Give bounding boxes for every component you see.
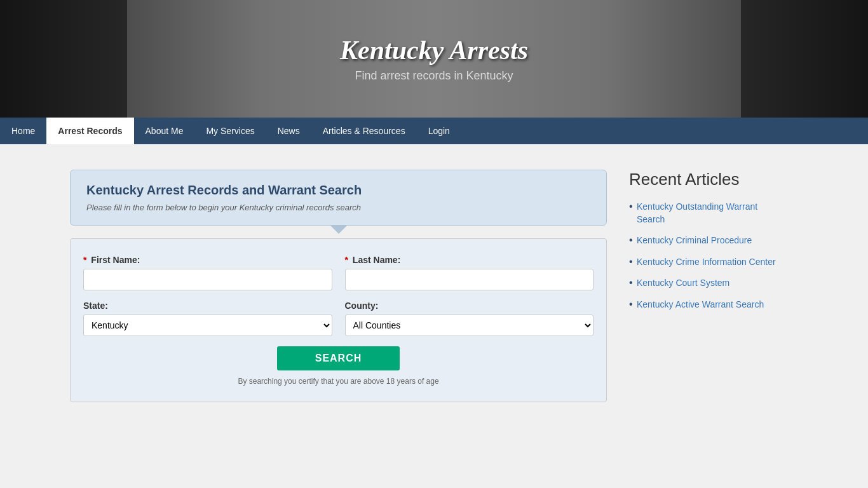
search-button-wrap: SEARCH — [83, 346, 593, 370]
search-box-title: Kentucky Arrest Records and Warrant Sear… — [86, 183, 590, 198]
list-item: Kentucky Crime Information Center — [629, 256, 785, 269]
sidebar-link-outstanding-warrant[interactable]: Kentucky Outstanding Warrant Search — [637, 201, 757, 224]
header-right-overlay — [741, 0, 868, 118]
last-name-group: * Last Name: — [345, 255, 594, 290]
list-item: Kentucky Active Warrant Search — [629, 299, 785, 311]
state-label: State: — [83, 301, 332, 311]
nav-item-login[interactable]: Login — [417, 118, 461, 144]
main-layout: Kentucky Arrest Records and Warrant Sear… — [0, 144, 868, 488]
main-content: Kentucky Arrest Records and Warrant Sear… — [0, 157, 620, 475]
first-name-group: * First Name: — [83, 255, 332, 290]
last-name-label-text: Last Name: — [353, 255, 400, 265]
nav-item-home[interactable]: Home — [0, 118, 46, 144]
first-name-required: * — [83, 255, 86, 265]
site-header: Kentucky Arrests Find arrest records in … — [0, 0, 868, 118]
header-text: Kentucky Arrests Find arrest records in … — [340, 35, 528, 83]
site-title: Kentucky Arrests — [340, 35, 528, 65]
site-subtitle: Find arrest records in Kentucky — [340, 69, 528, 83]
first-name-label-text: First Name: — [91, 255, 140, 265]
list-item: Kentucky Outstanding Warrant Search — [629, 201, 785, 226]
sidebar-link-active-warrant[interactable]: Kentucky Active Warrant Search — [637, 299, 764, 309]
name-row: * First Name: * Last Name: — [83, 255, 593, 290]
sidebar-list: Kentucky Outstanding Warrant Search Kent… — [629, 201, 785, 311]
county-label: County: — [345, 301, 594, 311]
last-name-required: * — [345, 255, 348, 265]
sidebar-title: Recent Articles — [629, 170, 785, 189]
search-button[interactable]: SEARCH — [277, 346, 400, 370]
state-select[interactable]: Kentucky — [83, 315, 332, 336]
county-group: County: All Counties Adair Allen Anderso… — [345, 301, 594, 336]
sidebar-link-court-system[interactable]: Kentucky Court System — [637, 278, 729, 288]
sidebar-link-criminal-procedure[interactable]: Kentucky Criminal Procedure — [637, 235, 752, 245]
search-form-container: * First Name: * Last Name: State: — [70, 238, 607, 402]
sidebar: Recent Articles Kentucky Outstanding War… — [620, 157, 797, 475]
nav-item-my-services[interactable]: My Services — [194, 118, 266, 144]
search-box-subtitle: Please fill in the form below to begin y… — [86, 203, 590, 212]
nav-item-news[interactable]: News — [266, 118, 311, 144]
header-left-overlay — [0, 0, 127, 118]
state-group: State: Kentucky — [83, 301, 332, 336]
nav-item-arrest-records[interactable]: Arrest Records — [46, 118, 133, 144]
nav-item-articles-resources[interactable]: Articles & Resources — [311, 118, 417, 144]
search-box-header: Kentucky Arrest Records and Warrant Sear… — [70, 170, 607, 226]
list-item: Kentucky Court System — [629, 277, 785, 290]
location-row: State: Kentucky County: All Counties Ada… — [83, 301, 593, 336]
first-name-input[interactable] — [83, 269, 332, 290]
search-disclaimer: By searching you certify that you are ab… — [83, 377, 593, 386]
nav-item-about-me[interactable]: About Me — [134, 118, 195, 144]
list-item: Kentucky Criminal Procedure — [629, 234, 785, 247]
last-name-label: * Last Name: — [345, 255, 594, 265]
county-select[interactable]: All Counties Adair Allen Anderson Ballar… — [345, 315, 594, 336]
last-name-input[interactable] — [345, 269, 594, 290]
sidebar-link-crime-information[interactable]: Kentucky Crime Information Center — [637, 257, 776, 267]
first-name-label: * First Name: — [83, 255, 332, 265]
main-navigation: Home Arrest Records About Me My Services… — [0, 118, 868, 144]
